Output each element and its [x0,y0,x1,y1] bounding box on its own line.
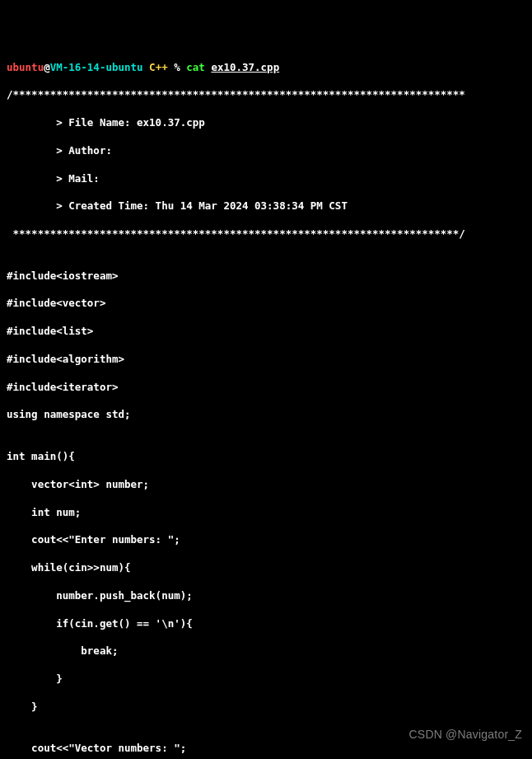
code-output-line: int main(){ [7,450,525,464]
code-output-line: while(cin>>num){ [7,561,525,575]
code-output-line: > Created Time: Thu 14 Mar 2024 03:38:34… [7,199,525,213]
code-output-line: } [7,672,525,686]
code-output-line: #include<list> [7,325,525,339]
user: ubuntu [7,61,44,73]
host: VM-16-14-ubuntu [50,61,143,73]
prompt-line-1[interactable]: ubuntu@VM-16-14-ubuntu C++ % cat ex10.37… [7,61,525,75]
pct: % [168,61,187,73]
code-output-line: > Mail: [7,172,525,186]
code-output-line: #include<algorithm> [7,353,525,367]
at: @ [44,61,50,73]
code-output-line: /***************************************… [7,88,525,102]
dir: C++ [143,61,168,73]
code-output-line: cout<<"Enter numbers: "; [7,533,525,547]
code-output-line: if(cin.get() == '\n'){ [7,617,525,631]
code-output-line: number.push_back(num); [7,589,525,603]
file-arg: ex10.37.cpp [211,61,279,73]
code-output-line: vector<int> number; [7,478,525,492]
code-output-line: } [7,700,525,714]
code-output-line: > Author: [7,144,525,158]
code-output-line: #include<iterator> [7,381,525,395]
code-output-line: using namespace std; [7,408,525,422]
code-output-line: break; [7,644,525,658]
code-output-line: cout<<"Vector numbers: "; [7,742,525,756]
watermark: CSDN @Navigator_Z [409,727,522,743]
code-output-line: #include<vector> [7,297,525,311]
code-output-line: #include<iostream> [7,269,525,283]
code-output-line: ****************************************… [7,227,525,241]
code-output-line: > File Name: ex10.37.cpp [7,116,525,130]
code-output-line: int num; [7,506,525,520]
cmd-cat: cat [186,61,211,73]
